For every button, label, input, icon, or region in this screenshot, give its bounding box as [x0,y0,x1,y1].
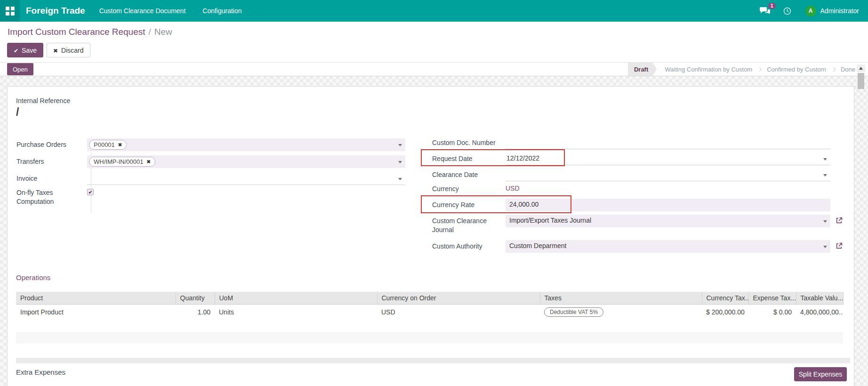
breadcrumb-parent[interactable]: Import Custom Clearance Request [8,27,145,37]
currency-value[interactable]: USD [506,183,830,193]
currency-rate-input[interactable]: 24,000.00 [506,199,830,211]
caret-down-icon [823,158,827,161]
user-menu[interactable]: Administrator [820,7,859,15]
messages-badge: 1 [768,3,776,9]
split-expenses-button[interactable]: Split Expenses [794,367,847,381]
discard-button[interactable]: Discard [47,43,90,57]
x-icon[interactable] [118,142,122,147]
cell-currency-on-order[interactable]: USD [377,304,540,320]
column-header-expense-tax[interactable]: Expense Tax... [748,292,796,304]
custom-authority-input[interactable]: Custom Deparment [506,240,830,253]
chevron-right-icon [757,67,762,72]
cell-quantity[interactable]: 1.00 [176,304,215,320]
column-header-taxable-value[interactable]: Taxable Valu... [796,292,843,304]
app-name[interactable]: Foreign Trade [26,6,85,16]
field-row-custom-authority: Custom Authority Custom Deparment [432,240,830,253]
form-sheet: Internal Reference / Purchase Orders P00… [7,86,854,386]
field-row-custom-clearance-journal: Custom Clearance Journal Import/Export T… [432,215,830,234]
field-row-clearance-date: Clearance Date [432,169,830,181]
tax-tag: Deductible VAT 5% [544,307,603,317]
column-header-taxes[interactable]: Taxes [540,292,702,304]
column-header-uom[interactable]: UoM [215,292,377,304]
comments-icon [760,8,770,16]
control-panel: Import Custom Clearance Request/New Save… [0,22,868,76]
check-icon [14,47,18,54]
save-button-label: Save [22,47,37,54]
clearance-date-input[interactable] [506,169,830,181]
cell-currency-tax[interactable]: $ 200,000.00 [702,304,748,320]
stage-done[interactable]: Done [841,63,855,76]
open-button[interactable]: Open [7,63,33,75]
cell-uom[interactable]: Units [215,304,377,320]
column-header-currency-tax[interactable]: Currency Tax... [702,292,748,304]
custom-clearance-journal-value: Import/Export Taxes Journal [509,217,591,224]
custom-authority-value: Custom Deparment [509,242,566,249]
messages-button[interactable]: 1 [760,7,770,15]
currency-label: Currency [432,183,498,193]
field-row-custom-doc-number: Custom Doc. Number [432,137,830,149]
navbar-right: 1 A Administrator [760,6,859,16]
purchase-orders-input[interactable]: P00001 [87,138,405,151]
x-icon[interactable] [146,159,150,164]
custom-clearance-journal-input[interactable]: Import/Export Taxes Journal [506,215,830,227]
field-row-request-date: Request Date 12/12/2022 [432,153,830,165]
save-button[interactable]: Save [7,43,43,57]
caret-down-icon [823,174,827,177]
caret-down-icon [398,144,402,146]
x-icon [53,47,58,54]
apps-menu-toggle[interactable] [0,0,20,22]
cell-taxes[interactable]: Deductible VAT 5% [540,304,702,320]
operations-table: Product Quantity UoM Currency on Order T… [16,292,844,321]
column-header-currency-on-order[interactable]: Currency on Order [377,292,540,304]
operations-table-row[interactable]: Import Product 1.00 Units USD Deductible… [16,304,843,320]
internal-reference-label: Internal Reference [16,97,70,105]
onfly-taxes-label: On-fly Taxes Computation [16,186,87,206]
apps-grid-icon [6,7,15,16]
empty-row [16,344,843,355]
empty-row [16,332,843,344]
scrollbar-thumb[interactable] [858,73,864,89]
chevron-right-icon [831,67,836,72]
scrollbar-up-button[interactable] [857,64,865,72]
caret-down-icon [398,178,402,180]
invoice-label: Invoice [16,172,87,185]
cell-expense-tax[interactable]: $ 0.00 [748,304,796,320]
column-header-product[interactable]: Product [16,292,176,304]
field-row-transfers: Transfers WH/IMP-IN/00001 [16,155,405,168]
cell-product[interactable]: Import Product [16,304,176,320]
stage-waiting-confirmation[interactable]: Waiting Confirmation by Custom [665,63,752,76]
menu-custom-clearance-document[interactable]: Custom Clearance Document [99,7,186,15]
breadcrumb: Import Custom Clearance Request/New [8,27,172,37]
user-avatar[interactable]: A [805,6,816,16]
transfers-input[interactable]: WH/IMP-IN/00001 [87,155,405,168]
request-date-input[interactable]: 12/12/2022 [506,153,830,165]
external-link-icon[interactable] [836,242,843,249]
field-row-purchase-orders: Purchase Orders P00001 [16,138,405,151]
onfly-taxes-checkbox[interactable] [87,189,94,195]
custom-doc-number-label: Custom Doc. Number [432,137,498,149]
field-row-currency-rate: Currency Rate 24,000.00 [432,199,830,211]
currency-rate-label: Currency Rate [432,199,498,211]
internal-reference-value: / [16,106,19,119]
invoice-input[interactable] [87,172,405,185]
column-header-quantity[interactable]: Quantity [176,292,215,304]
form-buttons: Save Discard [7,43,90,57]
clock-icon [783,8,791,16]
stage-draft[interactable]: Draft [628,63,657,76]
empty-row [16,320,843,332]
status-pipeline: Draft Waiting Confirmation by Custom Con… [628,63,855,76]
stage-confirmed[interactable]: Confirmed by Custom [767,63,826,76]
request-date-label: Request Date [432,153,498,165]
breadcrumb-current: New [154,27,172,37]
menu-configuration[interactable]: Configuration [202,7,241,15]
field-row-invoice: Invoice [16,172,405,185]
discard-button-label: Discard [61,47,83,54]
cell-taxable-value[interactable]: 4,800,000,00... [796,304,843,320]
caret-down-icon [398,161,402,163]
transfer-tag: WH/IMP-IN/00001 [89,157,155,167]
transfer-tag-label: WH/IMP-IN/00001 [94,158,143,165]
activities-button[interactable] [783,7,791,15]
external-link-icon[interactable] [836,217,843,224]
caret-down-icon [823,246,827,248]
custom-doc-number-input[interactable] [506,137,830,149]
